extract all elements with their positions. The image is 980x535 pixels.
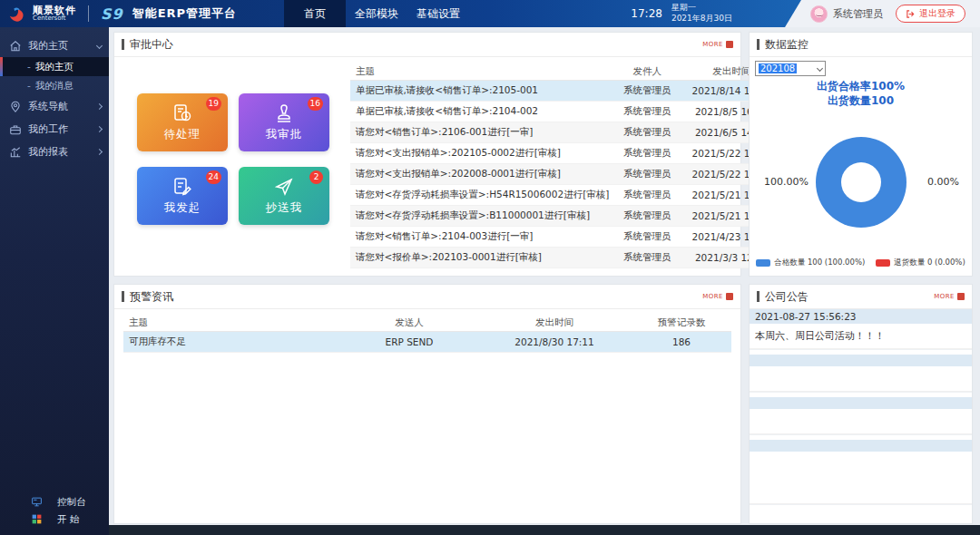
initiated-badge: 24 (206, 170, 221, 184)
document-clock-icon (172, 102, 193, 124)
legend-item-return[interactable]: 退货数量 0 (0.00%) (876, 258, 965, 268)
table-row[interactable]: 请您对<销售订单>:2104-003进行[一审] 系统管理员 2021/4/23… (350, 227, 778, 248)
legend-swatch-return (876, 259, 890, 267)
pending-tile[interactable]: 19 待处理 (137, 93, 228, 151)
sidebar-subitem-my-messages[interactable]: 我的消息 (0, 76, 109, 95)
logout-icon (906, 9, 916, 19)
cell-time: 2021/8/30 17:11 (477, 336, 632, 347)
sidebar-item-label: 我的报表 (28, 145, 91, 159)
cc-tile-label: 抄送我 (266, 200, 303, 216)
table-row[interactable]: 请您对<存货浮动耗损率设置>:B11000001进行[审核] 系统管理员 202… (350, 206, 778, 227)
pending-tile-label: 待处理 (164, 127, 201, 142)
paper-plane-icon (273, 176, 295, 198)
announcements-more-link[interactable]: MORE (934, 293, 965, 300)
donut-left-label: 100.00% (764, 176, 808, 188)
sidebar-item-my-homepage[interactable]: 我的主页 (0, 34, 109, 57)
cell-sender: 系统管理员 (609, 189, 685, 201)
tab-basic-settings[interactable]: 基础设置 (407, 0, 469, 27)
sidebar: 我的主页 我的主页 我的消息 系统导航 我的工作 我的报表 控制台 开 始 (0, 27, 109, 535)
sidebar-item-label: 系统导航 (28, 100, 91, 113)
col-alert-count: 预警记录数 (632, 316, 731, 329)
cell-subject: 请您对<支出报销单>:202105-0002进行[审核] (350, 147, 609, 160)
alerts-more-link[interactable]: MORE (702, 293, 733, 300)
sidebar-item-system-nav[interactable]: 系统导航 (0, 95, 109, 118)
legend-swatch-pass (756, 259, 770, 267)
announcement-date (750, 355, 972, 366)
pass-rate-text: 出货合格率100% (750, 79, 972, 94)
cell-alert-count: 186 (632, 336, 731, 347)
document-pencil-icon (172, 176, 193, 198)
cell-sender: 系统管理员 (609, 230, 685, 243)
announcement-text: 本周六、周日公司活动！！！ (750, 324, 972, 349)
avatar[interactable] (810, 5, 828, 23)
cell-sender: 系统管理员 (609, 251, 685, 264)
table-row[interactable]: 请您对<报价单>:202103-0001进行[审核] 系统管理员 2021/3/… (350, 248, 778, 268)
logo-divider (88, 5, 89, 22)
announcement-date (750, 440, 972, 452)
more-icon (957, 293, 965, 300)
announcement-date: 2021-08-27 15:56:23 (750, 309, 972, 324)
stamp-icon (273, 102, 295, 124)
cell-subject: 请您对<销售订单>:2104-003进行[一审] (350, 230, 609, 243)
initiated-tile-label: 我发起 (164, 200, 201, 216)
cell-sender: 系统管理员 (609, 84, 685, 97)
col-subject: 主题 (123, 316, 341, 329)
start-button[interactable]: 开 始 (0, 511, 109, 528)
cell-subject: 单据已审核,请接收<销售订单>:2104-002 (350, 105, 609, 118)
sidebar-item-my-work[interactable]: 我的工作 (0, 118, 109, 141)
cell-subject: 可用库存不足 (123, 336, 341, 348)
table-row[interactable]: 单据已审核,请接收<销售订单>:2104-002 系统管理员 2021/8/5 … (350, 102, 778, 122)
sidebar-item-my-reports[interactable]: 我的报表 (0, 141, 109, 163)
announcements-panel: 公司公告 MORE 2021-08-27 15:56:23 本周六、周日公司活动… (749, 284, 973, 524)
start-label: 开 始 (57, 513, 79, 526)
alerts-panel-title: 预警资讯 (122, 289, 173, 305)
logout-button[interactable]: 退出登录 (896, 5, 965, 23)
pending-badge: 19 (206, 97, 221, 111)
table-row[interactable]: 请您对<销售订单>:2106-001进行[一审] 系统管理员 2021/6/5 … (350, 122, 778, 143)
tab-all-modules[interactable]: 全部模块 (346, 0, 407, 27)
cc-badge: 2 (309, 170, 323, 184)
approval-table-header: 主题 发件人 发出时间 (350, 63, 778, 81)
user-name: 系统管理员 (833, 7, 883, 21)
tab-home[interactable]: 首页 (284, 0, 346, 27)
period-select-value: 202108 (759, 63, 797, 73)
table-row[interactable]: 请您对<支出报销单>:202105-0002进行[审核] 系统管理员 2021/… (350, 143, 778, 164)
initiated-by-me-tile[interactable]: 24 我发起 (137, 167, 228, 225)
location-pin-icon (9, 101, 22, 113)
period-select[interactable]: 202108 (755, 61, 826, 76)
console-label: 控制台 (57, 496, 86, 509)
home-icon (9, 40, 22, 53)
chevron-right-icon (96, 103, 103, 110)
announcement-item[interactable] (750, 397, 972, 435)
cell-subject: 请您对<存货浮动耗损率设置>:H54R15006002进行[审核] (350, 189, 609, 201)
cell-sender: 系统管理员 (609, 147, 685, 160)
legend-item-pass[interactable]: 合格数量 100 (100.00%) (756, 258, 865, 268)
legend-label: 退货数量 0 (0.00%) (894, 258, 965, 268)
top-header: 顺景软件 Centersoft S9 智能ERP管理平台 首页 全部模块 基础设… (0, 0, 980, 27)
approval-center-panel: 审批中心 MORE 19 待处理 16 我审批 24 (113, 32, 741, 277)
my-approvals-tile[interactable]: 16 我审批 (239, 93, 329, 151)
alerts-table-header: 主题 发送人 发出时间 预警记录数 (123, 314, 731, 332)
announcement-item[interactable]: 2021-08-27 15:56:23 本周六、周日公司活动！！！ (750, 309, 972, 350)
cell-sender: 系统管理员 (609, 168, 685, 180)
cell-subject: 请您对<报价单>:202103-0001进行[审核] (350, 251, 609, 264)
legend-label: 合格数量 100 (100.00%) (774, 258, 865, 268)
chevron-right-icon (96, 126, 103, 132)
cc-to-me-tile[interactable]: 2 抄送我 (239, 167, 329, 225)
donut-chart[interactable] (816, 137, 906, 228)
sidebar-subitem-my-homepage[interactable]: 我的主页 (0, 57, 109, 76)
table-row[interactable]: 可用库存不足 ERP SEND 2021/8/30 17:11 186 (123, 332, 731, 353)
table-row[interactable]: 请您对<存货浮动耗损率设置>:H54R15006002进行[审核] 系统管理员 … (350, 185, 778, 206)
announcement-item[interactable] (750, 355, 972, 393)
logout-label: 退出登录 (919, 7, 956, 20)
date-text: 2021年8月30日 (671, 14, 732, 24)
cell-subject: 请您对<销售订单>:2106-001进行[一审] (350, 126, 609, 139)
shipment-qty-text: 出货数量100 (750, 93, 972, 109)
table-row[interactable]: 单据已审核,请接收<销售订单>:2105-001 系统管理员 2021/8/14… (350, 81, 778, 102)
approval-more-link[interactable]: MORE (702, 41, 733, 48)
announcement-item[interactable] (750, 440, 972, 505)
console-monitor-icon (31, 496, 43, 508)
table-row[interactable]: 请您对<支出报销单>:202008-0001进行[审核] 系统管理员 2021/… (350, 164, 778, 185)
console-button[interactable]: 控制台 (0, 493, 109, 511)
start-grid-icon (31, 513, 43, 525)
